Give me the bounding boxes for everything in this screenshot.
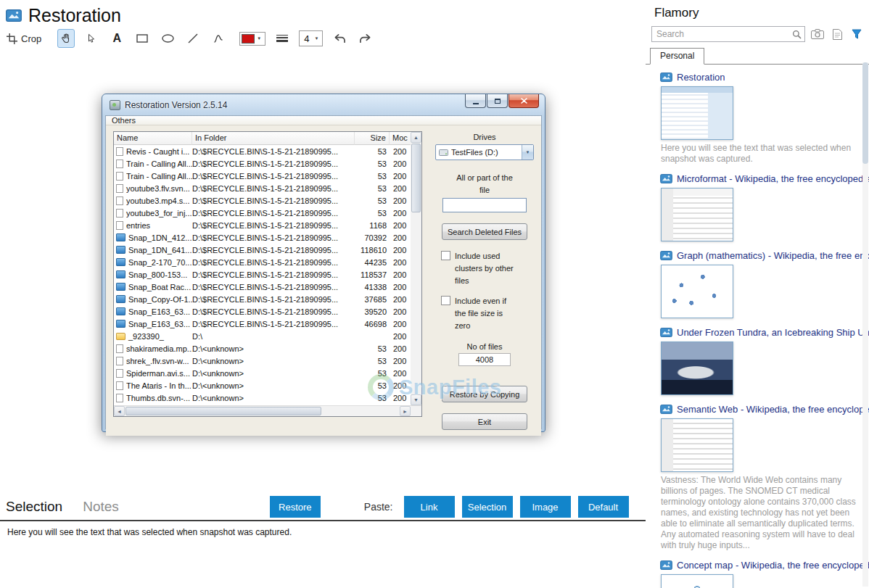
- restore-button[interactable]: Restore: [270, 496, 321, 518]
- paste-option-button[interactable]: Image: [520, 496, 571, 518]
- minimize-button[interactable]: [465, 94, 486, 108]
- snapshot-title-link[interactable]: Concept map - Wikipedia, the free encycl…: [677, 560, 869, 571]
- snapshot-title-link[interactable]: Semantic Web - Wikipedia, the free encyc…: [677, 404, 869, 415]
- snapshot-thumbnail[interactable]: [661, 188, 733, 241]
- sidebar-scrollbar[interactable]: [862, 62, 868, 587]
- file-folder: D:\$RECYCLE.BIN\S-1-5-21-21890995...: [192, 258, 355, 267]
- table-row[interactable]: Snap_Boat Rac... D:\$RECYCLE.BIN\S-1-5-2…: [114, 281, 411, 293]
- include-zero-size-option[interactable]: Include even if the file size is zero: [441, 295, 528, 332]
- table-row[interactable]: Snap_1DN_412... D:\$RECYCLE.BIN\S-1-5-21…: [114, 231, 411, 244]
- scroll-right-icon[interactable]: ►: [400, 406, 411, 416]
- stroke-style-button[interactable]: [273, 29, 291, 48]
- capture-snapshot-button[interactable]: [810, 27, 825, 41]
- table-row[interactable]: Train - Calling All... D:\$RECYCLE.BIN\S…: [114, 157, 411, 170]
- table-row[interactable]: Thumbs.db.svn-... D:\<unknown> 53 200: [114, 392, 411, 404]
- snapshot-thumbnail[interactable]: [661, 265, 733, 318]
- close-button[interactable]: [508, 94, 539, 108]
- freehand-tool-button[interactable]: [210, 29, 227, 48]
- table-row[interactable]: Snap_Copy-Of-1... D:\$RECYCLE.BIN\S-1-5-…: [114, 293, 411, 305]
- table-row[interactable]: Snap_800-153... D:\$RECYCLE.BIN\S-1-5-21…: [114, 268, 411, 281]
- text-tool-button[interactable]: A: [108, 29, 125, 48]
- file-name: shrek_.flv.svn-w...: [126, 357, 189, 365]
- snapshot-title-link[interactable]: Restoration: [677, 72, 725, 83]
- line-tool-button[interactable]: [184, 29, 202, 48]
- file-filter-input[interactable]: [442, 198, 527, 212]
- notes-page-button[interactable]: [830, 27, 844, 41]
- undo-button[interactable]: [331, 29, 348, 48]
- snapshot-title-link[interactable]: Microformat - Wikipedia, the free encycl…: [677, 173, 869, 184]
- table-row[interactable]: Revis - Caught i... D:\$RECYCLE.BIN\S-1-…: [114, 145, 411, 157]
- drives-dropdown[interactable]: TestFiles (D:) ▼: [435, 144, 534, 160]
- table-row[interactable]: shrek_.flv.svn-w... D:\<unknown> 53 200: [114, 355, 411, 367]
- pointer-tool-button[interactable]: [83, 29, 100, 48]
- search-input[interactable]: [651, 26, 805, 42]
- snapshot-list-item[interactable]: Graph (mathematics) - Wikipedia, the fre…: [660, 250, 869, 318]
- table-row[interactable]: youtube3.flv.svn... D:\$RECYCLE.BIN\S-1-…: [114, 182, 411, 194]
- checkbox-icon[interactable]: [441, 296, 450, 305]
- snapshot-list-item[interactable]: Microformat - Wikipedia, the free encycl…: [660, 173, 869, 241]
- exit-button[interactable]: Exit: [442, 413, 527, 430]
- filter-button[interactable]: [849, 27, 864, 41]
- table-row[interactable]: youtube3_for_inj... D:\$RECYCLE.BIN\S-1-…: [114, 207, 411, 219]
- snapshot-list-item[interactable]: Concept map - Wikipedia, the free encycl…: [660, 560, 869, 588]
- sidebar-scroll-thumb[interactable]: [862, 62, 868, 164]
- paste-option-button[interactable]: Link: [404, 496, 455, 518]
- ellipse-tool-button[interactable]: [159, 29, 176, 48]
- snapshot-thumbnail[interactable]: [661, 418, 733, 472]
- snapshot-thumbnail[interactable]: [661, 574, 733, 588]
- paste-option-button[interactable]: Selection: [462, 496, 513, 518]
- search-icon[interactable]: [792, 29, 802, 42]
- tab-notes[interactable]: Notes: [83, 499, 119, 515]
- vertical-scrollbar[interactable]: ▲ ▼: [411, 132, 421, 405]
- snapshot-list-item[interactable]: Semantic Web - Wikipedia, the free encyc…: [660, 404, 869, 551]
- table-row[interactable]: Snap_2-170_70... D:\$RECYCLE.BIN\S-1-5-2…: [114, 256, 411, 268]
- color-picker[interactable]: ▼: [239, 32, 265, 46]
- horizontal-scrollbar[interactable]: ◄ ►: [114, 405, 421, 416]
- table-row[interactable]: entries D:\$RECYCLE.BIN\S-1-5-21-2189099…: [114, 219, 411, 231]
- snapshot-thumbnail[interactable]: [661, 86, 733, 140]
- table-row[interactable]: Snap_E163_63... D:\$RECYCLE.BIN\S-1-5-21…: [114, 318, 411, 330]
- stroke-size-select[interactable]: 4 ▼: [299, 30, 323, 46]
- table-row[interactable]: Snap_1DN_641... D:\$RECYCLE.BIN\S-1-5-21…: [114, 244, 411, 256]
- tab-selection[interactable]: Selection: [6, 499, 62, 515]
- snapshot-list-item[interactable]: Under Frozen Tundra, an Icebreaking Ship…: [660, 327, 869, 395]
- scroll-down-icon[interactable]: ▼: [411, 394, 421, 405]
- scroll-left-icon[interactable]: ◄: [114, 406, 125, 416]
- snapshot-list-item[interactable]: Restoration Here you will see the text t…: [660, 72, 869, 165]
- vertical-scroll-thumb[interactable]: [411, 144, 421, 212]
- table-row[interactable]: The Ataris - In th... D:\<unknown> 53 20…: [114, 379, 411, 392]
- search-deleted-files-button[interactable]: Search Deleted Files: [442, 223, 527, 240]
- include-used-clusters-option[interactable]: Include used clusters by other files: [441, 250, 528, 287]
- hand-tool-button[interactable]: [57, 29, 75, 48]
- tab-personal[interactable]: Personal: [650, 48, 704, 65]
- chevron-down-icon[interactable]: ▼: [522, 145, 533, 160]
- menu-others[interactable]: Others: [112, 116, 136, 125]
- scroll-up-icon[interactable]: ▲: [411, 132, 421, 143]
- column-name[interactable]: Name: [114, 132, 192, 145]
- restoration-app-icon: [110, 100, 120, 110]
- redo-button[interactable]: [356, 29, 374, 48]
- maximize-button[interactable]: [487, 94, 508, 108]
- column-modified[interactable]: Moc: [390, 132, 411, 145]
- chevron-down-icon[interactable]: ▼: [312, 36, 321, 41]
- table-row[interactable]: shakiramedia.mp... D:\<unknown> 53 200: [114, 342, 411, 355]
- table-row[interactable]: Spiderman.avi.s... D:\<unknown> 53 200: [114, 367, 411, 379]
- column-in-folder[interactable]: In Folder: [192, 132, 355, 145]
- table-row[interactable]: Train - Calling All... D:\$RECYCLE.BIN\S…: [114, 170, 411, 182]
- snapshot-canvas[interactable]: Restoration Version 2.5.14 Others: [0, 49, 646, 494]
- snapshot-title-link[interactable]: Under Frozen Tundra, an Icebreaking Ship…: [677, 327, 869, 338]
- file-modified: 200: [390, 332, 411, 341]
- restore-by-copying-button[interactable]: Restore by Copying: [442, 386, 527, 402]
- paste-option-button[interactable]: Default: [578, 496, 629, 518]
- table-row[interactable]: Snap_E163_63... D:\$RECYCLE.BIN\S-1-5-21…: [114, 305, 411, 318]
- crop-button[interactable]: Crop: [6, 29, 42, 48]
- chevron-down-icon[interactable]: ▼: [255, 36, 263, 41]
- snapshot-title-link[interactable]: Graph (mathematics) - Wikipedia, the fre…: [677, 250, 869, 261]
- horizontal-scroll-thumb[interactable]: [125, 407, 321, 415]
- column-size[interactable]: Size: [355, 132, 390, 145]
- checkbox-icon[interactable]: [441, 251, 450, 260]
- table-row[interactable]: _923390_ D:\ 200: [114, 330, 411, 342]
- snapshot-thumbnail[interactable]: [661, 341, 733, 395]
- rectangle-tool-button[interactable]: [133, 29, 151, 48]
- table-row[interactable]: youtube3.mp4.s... D:\$RECYCLE.BIN\S-1-5-…: [114, 194, 411, 207]
